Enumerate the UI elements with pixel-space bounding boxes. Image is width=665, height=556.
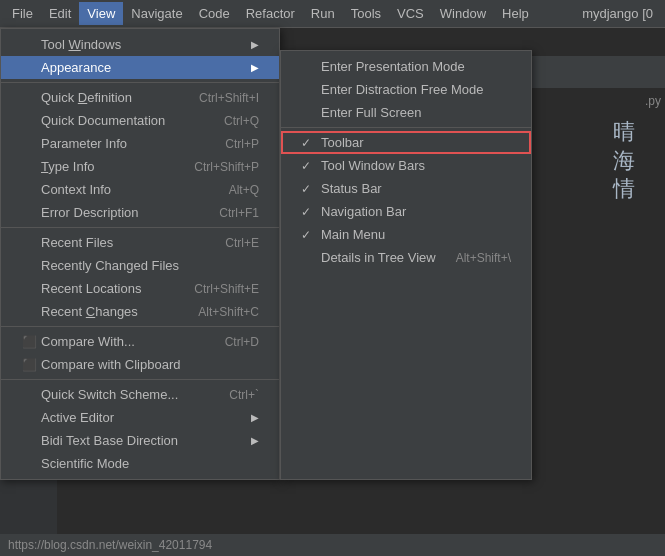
toolbar-label: Toolbar: [321, 135, 364, 150]
menu-item-active-editor[interactable]: Active Editor ▶: [1, 406, 279, 429]
scientific-label: Scientific Mode: [41, 456, 129, 471]
appearance-arrow: ▶: [251, 62, 259, 73]
cn-chars: 晴海情: [613, 118, 635, 204]
quick-doc-label: Quick Documentation: [41, 113, 165, 128]
menu-item-quick-doc[interactable]: Quick Documentation Ctrl+Q: [1, 109, 279, 132]
menu-help[interactable]: Help: [494, 2, 537, 25]
appearance-item-presentation[interactable]: Enter Presentation Mode: [281, 55, 531, 78]
appearance-submenu: Enter Presentation Mode Enter Distractio…: [280, 50, 532, 480]
type-shortcut: Ctrl+Shift+P: [174, 160, 259, 174]
nav-bar-label: Navigation Bar: [321, 204, 406, 219]
compare-with-label: Compare With...: [41, 334, 135, 349]
menu-item-tool-windows[interactable]: Tool Windows ▶: [1, 33, 279, 56]
menu-edit[interactable]: Edit: [41, 2, 79, 25]
error-label: Error Description: [41, 205, 139, 220]
active-editor-arrow: ▶: [251, 412, 259, 423]
context-shortcut: Alt+Q: [209, 183, 259, 197]
details-tree-label: Details in Tree View: [321, 250, 436, 265]
menu-navigate[interactable]: Navigate: [123, 2, 190, 25]
status-bar: https://blog.csdn.net/weixin_42011794: [0, 534, 665, 556]
menu-item-context-info[interactable]: Context Info Alt+Q: [1, 178, 279, 201]
menu-item-compare-clipboard[interactable]: ⬛ Compare with Clipboard: [1, 353, 279, 376]
menu-code[interactable]: Code: [191, 2, 238, 25]
appearance-item-full-screen[interactable]: Enter Full Screen: [281, 101, 531, 124]
menu-run[interactable]: Run: [303, 2, 343, 25]
menu-item-bidi-text[interactable]: Bidi Text Base Direction ▶: [1, 429, 279, 452]
recently-changed-label: Recently Changed Files: [41, 258, 179, 273]
presentation-check: [301, 60, 317, 74]
param-shortcut: Ctrl+P: [205, 137, 259, 151]
view-menu: Tool Windows ▶ Appearance ▶ Quick Defini…: [0, 28, 280, 480]
compare-clipboard-label: Compare with Clipboard: [41, 357, 180, 372]
bidi-arrow: ▶: [251, 435, 259, 446]
appearance-sep-1: [281, 127, 531, 128]
menu-vcs[interactable]: VCS: [389, 2, 432, 25]
full-screen-check: [301, 106, 317, 120]
menu-item-error-desc[interactable]: Error Description Ctrl+F1: [1, 201, 279, 224]
sep-4: [1, 379, 279, 380]
menu-item-param-info[interactable]: Parameter Info Ctrl+P: [1, 132, 279, 155]
status-bar-text: https://blog.csdn.net/weixin_42011794: [8, 538, 212, 552]
error-shortcut: Ctrl+F1: [199, 206, 259, 220]
quick-switch-shortcut: Ctrl+`: [209, 388, 259, 402]
tool-windows-arrow: ▶: [251, 39, 259, 50]
details-tree-check: [301, 251, 317, 265]
menu-window[interactable]: Window: [432, 2, 494, 25]
tool-windows-label: Tool Windows: [41, 37, 121, 52]
menu-item-scientific[interactable]: Scientific Mode: [1, 452, 279, 475]
menu-item-recently-changed[interactable]: Recently Changed Files: [1, 254, 279, 277]
menu-item-recent-changes[interactable]: Recent Changes Alt+Shift+C: [1, 300, 279, 323]
sep-1: [1, 82, 279, 83]
quick-doc-shortcut: Ctrl+Q: [204, 114, 259, 128]
menu-item-quick-definition[interactable]: Quick Definition Ctrl+Shift+I: [1, 86, 279, 109]
main-menu-label: Main Menu: [321, 227, 385, 242]
nav-bar-check: ✓: [301, 205, 317, 219]
sep-2: [1, 227, 279, 228]
distraction-check: [301, 83, 317, 97]
appearance-item-navigation-bar[interactable]: ✓ Navigation Bar: [281, 200, 531, 223]
recent-changes-shortcut: Alt+Shift+C: [178, 305, 259, 319]
menu-bar: File Edit View Navigate Code Refactor Ru…: [0, 0, 665, 28]
context-label: Context Info: [41, 182, 111, 197]
tool-window-bars-check: ✓: [301, 159, 317, 173]
recent-loc-label: Recent Locations: [41, 281, 141, 296]
dropdown-container: Tool Windows ▶ Appearance ▶ Quick Defini…: [0, 28, 532, 480]
recent-changes-label: Recent Changes: [41, 304, 138, 319]
appearance-item-toolbar[interactable]: ✓ Toolbar: [281, 131, 531, 154]
active-editor-label: Active Editor: [41, 410, 114, 425]
details-tree-shortcut: Alt+Shift+\: [436, 251, 511, 265]
menu-file[interactable]: File: [4, 2, 41, 25]
menu-refactor[interactable]: Refactor: [238, 2, 303, 25]
toolbar-check: ✓: [301, 136, 317, 150]
type-label: Type Info: [41, 159, 95, 174]
menu-item-type-info[interactable]: Type Info Ctrl+Shift+P: [1, 155, 279, 178]
compare-with-icon: ⬛: [21, 335, 37, 349]
status-bar-label: Status Bar: [321, 181, 382, 196]
status-bar-check: ✓: [301, 182, 317, 196]
appearance-item-status-bar[interactable]: ✓ Status Bar: [281, 177, 531, 200]
tool-window-bars-label: Tool Window Bars: [321, 158, 425, 173]
recent-files-label: Recent Files: [41, 235, 113, 250]
appearance-label: Appearance: [41, 60, 111, 75]
file-extension: .py: [645, 94, 661, 108]
menu-item-compare-with[interactable]: ⬛ Compare With... Ctrl+D: [1, 330, 279, 353]
menu-tools[interactable]: Tools: [343, 2, 389, 25]
main-menu-check: ✓: [301, 228, 317, 242]
appearance-item-details-tree[interactable]: Details in Tree View Alt+Shift+\: [281, 246, 531, 269]
param-label: Parameter Info: [41, 136, 127, 151]
menu-view[interactable]: View: [79, 2, 123, 25]
full-screen-label: Enter Full Screen: [321, 105, 421, 120]
compare-with-shortcut: Ctrl+D: [205, 335, 259, 349]
recent-files-shortcut: Ctrl+E: [205, 236, 259, 250]
menu-item-quick-switch[interactable]: Quick Switch Scheme... Ctrl+`: [1, 383, 279, 406]
menu-item-appearance[interactable]: Appearance ▶: [1, 56, 279, 79]
appearance-item-distraction-free[interactable]: Enter Distraction Free Mode: [281, 78, 531, 101]
appearance-item-tool-window-bars[interactable]: ✓ Tool Window Bars: [281, 154, 531, 177]
compare-clipboard-icon: ⬛: [21, 358, 37, 372]
menu-item-recent-locations[interactable]: Recent Locations Ctrl+Shift+E: [1, 277, 279, 300]
quick-switch-label: Quick Switch Scheme...: [41, 387, 178, 402]
menu-item-recent-files[interactable]: Recent Files Ctrl+E: [1, 231, 279, 254]
distraction-label: Enter Distraction Free Mode: [321, 82, 484, 97]
appearance-item-main-menu[interactable]: ✓ Main Menu: [281, 223, 531, 246]
quick-def-label: Quick Definition: [41, 90, 132, 105]
